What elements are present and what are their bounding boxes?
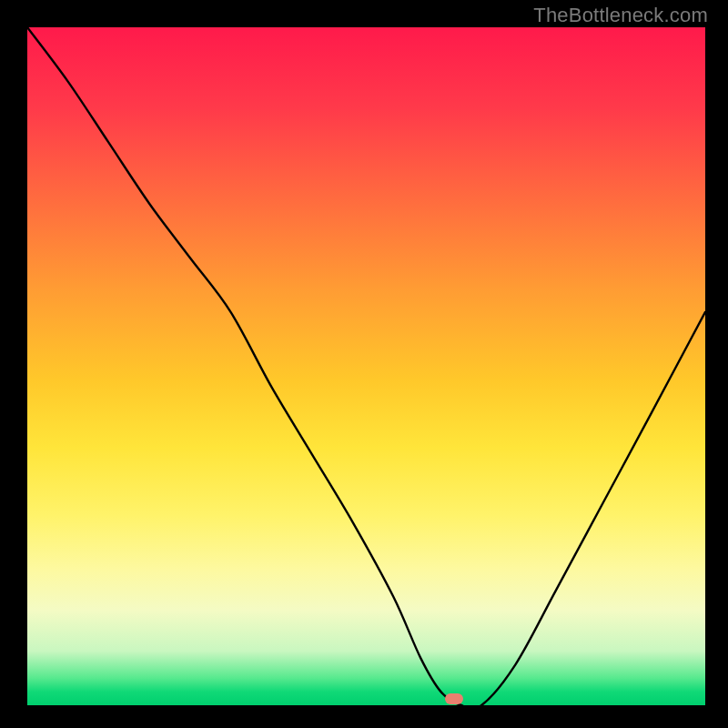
chart-frame: TheBottleneck.com <box>0 0 728 728</box>
bottleneck-curve <box>27 27 705 705</box>
watermark-text: TheBottleneck.com <box>533 4 708 27</box>
plot-area <box>27 27 705 705</box>
optimum-marker <box>445 693 463 704</box>
